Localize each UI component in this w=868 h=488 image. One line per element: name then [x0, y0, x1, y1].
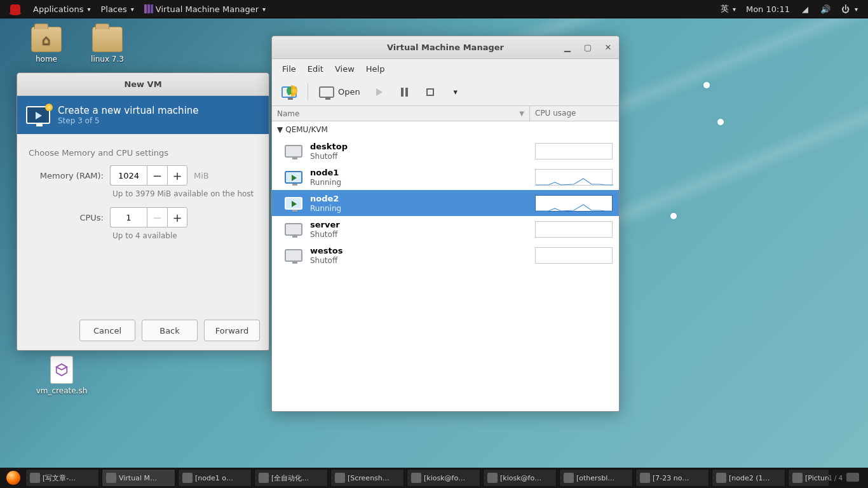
memory-decrement-button[interactable]: −: [147, 165, 167, 186]
cpu-sparkline: [535, 247, 613, 264]
window-title[interactable]: New VM: [17, 73, 269, 96]
app-icon: [30, 473, 40, 483]
vm-row[interactable]: node1Running: [272, 164, 619, 190]
maximize-icon: ▢: [584, 43, 592, 52]
cpus-decrement-button[interactable]: −: [147, 207, 167, 227]
window-title[interactable]: Virtual Machine Manager ▁ ▢ ✕: [272, 36, 619, 59]
vm-status-icon: [285, 197, 302, 210]
new-vm-icon: [26, 106, 50, 124]
vm-row[interactable]: node2Running: [272, 190, 619, 216]
cpu-sparkline: [535, 169, 613, 186]
vm-row[interactable]: westosShutoff: [272, 242, 619, 268]
vm-status-icon: [285, 171, 302, 184]
close-button[interactable]: ✕: [601, 40, 615, 54]
vm-name-label: node1: [310, 168, 339, 177]
column-header-cpu[interactable]: CPU usage: [530, 106, 619, 121]
column-header-name[interactable]: Name▼: [272, 106, 529, 121]
vm-name-label: desktop: [310, 142, 348, 151]
desktop-icon-linux73[interactable]: linux 7.3: [80, 27, 135, 64]
task-label: [kiosk@fo…: [500, 474, 541, 482]
clock[interactable]: Mon 10:11: [741, 0, 795, 18]
back-button[interactable]: Back: [142, 320, 198, 341]
task-label: [Pictures]: [805, 474, 829, 482]
shutdown-button[interactable]: [419, 82, 441, 102]
run-button[interactable]: [369, 82, 390, 102]
menu-view[interactable]: View: [330, 62, 360, 76]
task-label: [写文章-…: [43, 473, 76, 483]
active-app-menu[interactable]: Virtual Machine Manager▾: [139, 0, 271, 18]
workspace-indicator[interactable]: 1 / 4: [829, 475, 843, 482]
pause-icon: [401, 88, 408, 97]
cpu-sparkline: [535, 221, 613, 238]
connection-toggle[interactable]: ▼QEMU/KVM: [272, 121, 619, 138]
app-icon: [716, 473, 726, 483]
desktop-icon-home[interactable]: home: [19, 27, 74, 64]
chevron-down-icon: ▾: [131, 6, 134, 13]
power-menu[interactable]: ⏻▾: [836, 0, 863, 18]
open-button[interactable]: Open: [315, 82, 365, 102]
menu-help[interactable]: Help: [361, 62, 390, 76]
taskbar-task[interactable]: [Screensh…: [330, 469, 404, 487]
play-icon: [376, 88, 383, 96]
pause-button[interactable]: [394, 82, 416, 102]
vm-state-label: Running: [310, 178, 341, 187]
show-desktop-button[interactable]: [846, 473, 859, 483]
vm-status-icon: [285, 249, 302, 262]
taskbar-task[interactable]: [kiosk@fo…: [407, 469, 480, 487]
task-label: [node1 o…: [195, 474, 233, 482]
taskbar-task[interactable]: [node2 (1…: [712, 469, 785, 487]
desktop-icon-label: home: [19, 55, 74, 64]
task-label: [othersbl…: [576, 474, 614, 482]
volume-indicator[interactable]: 🔊: [815, 0, 836, 18]
wizard-step: Step 3 of 5: [58, 116, 199, 125]
memory-input[interactable]: [110, 165, 147, 186]
app-icon: [487, 473, 498, 483]
desktop-icon-script[interactable]: vm_create.sh: [34, 356, 89, 395]
menu-edit[interactable]: Edit: [302, 62, 329, 76]
maximize-button[interactable]: ▢: [581, 40, 595, 54]
taskbar-task[interactable]: [Pictures]: [788, 469, 829, 487]
menu-file[interactable]: File: [277, 62, 301, 76]
cpu-sparkline: [535, 143, 613, 159]
memory-unit: MiB: [194, 171, 209, 180]
shutdown-menu-button[interactable]: ▾: [445, 82, 466, 102]
system-menu[interactable]: [5, 0, 28, 18]
applications-menu[interactable]: Applications▾: [28, 0, 95, 18]
desktop-icon-label: linux 7.3: [80, 55, 135, 64]
cpus-increment-button[interactable]: +: [167, 207, 187, 227]
new-vm-window: New VM Create a new virtual machine Step…: [17, 72, 269, 351]
shellscript-icon: [50, 356, 73, 384]
app-icon: [564, 473, 574, 483]
vm-row[interactable]: desktopShutoff: [272, 138, 619, 164]
connection-label: QEMU/KVM: [285, 125, 328, 134]
taskbar-task[interactable]: [写文章-…: [25, 469, 99, 487]
taskbar-task[interactable]: [全自动化…: [254, 469, 328, 487]
app-icon: [106, 473, 116, 483]
minimize-button[interactable]: ▁: [560, 40, 574, 54]
taskbar-task[interactable]: [kiosk@fo…: [483, 469, 557, 487]
taskbar-task[interactable]: Virtual M…: [102, 469, 175, 487]
taskbar-task[interactable]: [7-23 no…: [635, 469, 709, 487]
cpus-spinner: − +: [110, 207, 187, 227]
app-icon: [640, 473, 650, 483]
app-icon: [335, 473, 345, 483]
task-label: Virtual M…: [119, 474, 157, 482]
memory-label: Memory (RAM):: [29, 171, 104, 180]
vm-row[interactable]: serverShutoff: [272, 216, 619, 242]
firefox-launcher[interactable]: [3, 471, 24, 485]
places-menu[interactable]: Places▾: [95, 0, 139, 18]
new-vm-button[interactable]: [277, 82, 301, 102]
forward-button[interactable]: Forward: [204, 320, 260, 341]
minimize-icon: ▁: [564, 43, 571, 52]
cpus-input[interactable]: [110, 207, 147, 227]
ime-indicator[interactable]: 英▾: [715, 0, 741, 18]
volume-icon: 🔊: [820, 4, 831, 14]
desktop-icon-label: vm_create.sh: [34, 386, 89, 395]
network-indicator[interactable]: ◢: [795, 0, 815, 18]
cancel-button[interactable]: Cancel: [79, 320, 135, 341]
taskbar-task[interactable]: [node1 o…: [178, 469, 252, 487]
task-label: [node2 (1…: [729, 474, 770, 482]
taskbar-task[interactable]: [othersbl…: [559, 469, 633, 487]
task-label: [全自动化…: [271, 473, 309, 483]
memory-increment-button[interactable]: +: [167, 165, 187, 186]
